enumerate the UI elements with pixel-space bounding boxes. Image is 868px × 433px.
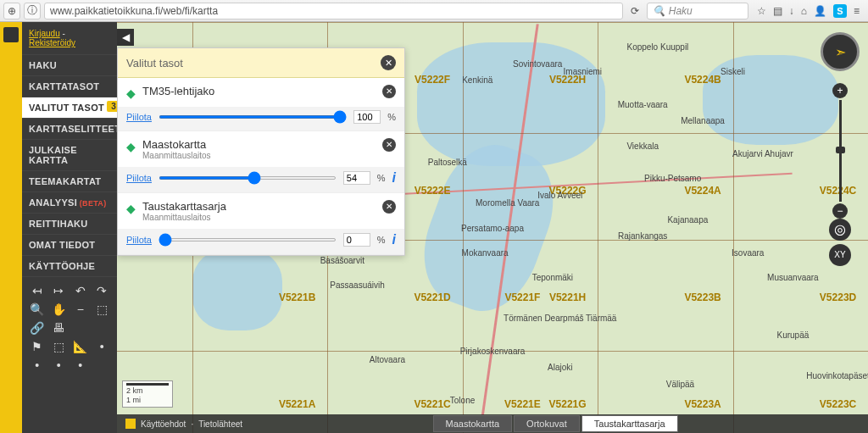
toolbox: ↤↦↶↷🔍✋−⬚🔗🖶⚑⬚📐•••• (22, 276, 117, 379)
remove-layer-button[interactable]: ✕ (382, 138, 396, 152)
close-panel-button[interactable]: ✕ (381, 55, 396, 70)
tool-icon[interactable]: • (51, 358, 68, 372)
login-link[interactable]: Kirjaudu (29, 29, 60, 38)
tool-icon[interactable]: ✋ (51, 303, 68, 316)
opacity-slider[interactable] (159, 238, 337, 241)
basemap-tab[interactable]: Taustakarttasarja (581, 415, 678, 432)
place-label: Viekkala (626, 141, 659, 150)
opacity-slider[interactable] (159, 115, 347, 119)
library-icon[interactable]: ▤ (773, 5, 782, 17)
layer-marker-icon: ◆ (126, 202, 136, 215)
sidebar-item-julkaise kartta[interactable]: JULKAISE KARTTA (22, 139, 117, 170)
opacity-value[interactable]: 54 (343, 171, 370, 185)
place-label: Teponmäki (532, 272, 573, 281)
collapse-sidebar-button[interactable]: ◀ (117, 29, 134, 46)
tool-icon[interactable]: ↤ (29, 284, 46, 297)
star-icon[interactable]: ☆ (757, 5, 766, 17)
place-label: Ivalo Avveel (537, 190, 582, 199)
sidebar-item-haku[interactable]: HAKU (22, 54, 117, 75)
layer-org: Maanmittauslaitos (142, 213, 376, 222)
browser-search[interactable]: 🔍Haku (647, 3, 748, 19)
footer-logo-icon (125, 419, 136, 429)
layer-item: ◆TM35-lehtijako✕Piilota100% (118, 78, 404, 131)
tool-icon[interactable] (94, 321, 111, 335)
info-icon[interactable]: ⓘ (24, 3, 41, 19)
xy-button[interactable]: XY (829, 244, 851, 266)
skype-icon[interactable]: S (833, 4, 847, 18)
map-canvas[interactable]: V5222FV5222HV5224BV5222EV5222GV5224AV522… (117, 22, 868, 433)
layer-info-button[interactable]: i (392, 170, 396, 186)
sidebar-item-omat tiedot[interactable]: OMAT TIEDOT (22, 234, 117, 255)
user-icon[interactable]: 👤 (814, 5, 826, 17)
tool-icon[interactable]: ↦ (51, 284, 68, 297)
pct-label: % (377, 173, 386, 183)
tool-icon[interactable]: 🔗 (29, 321, 46, 335)
home-icon[interactable]: ⌂ (801, 5, 807, 17)
zoom-thumb[interactable] (836, 147, 845, 153)
tool-icon[interactable]: ⚑ (29, 340, 46, 353)
menu-icon[interactable]: ≡ (854, 5, 860, 17)
tool-icon[interactable]: ↶ (72, 284, 89, 297)
sources-link[interactable]: Tietolähteet (198, 419, 242, 429)
tool-icon[interactable]: 📐 (72, 340, 89, 353)
scale-indicator: 2 km 1 mi (122, 380, 173, 408)
remove-layer-button[interactable]: ✕ (382, 200, 396, 214)
pct-label: % (387, 112, 396, 122)
opacity-value[interactable]: 100 (353, 110, 381, 124)
download-icon[interactable]: ↓ (789, 5, 794, 17)
sidebar-item-teemakartat[interactable]: TEEMAKARTAT (22, 170, 117, 192)
scale-mi: 1 mi (126, 396, 169, 405)
opacity-slider[interactable] (159, 176, 337, 180)
zoom-out-button[interactable]: − (832, 203, 848, 219)
tool-icon[interactable]: • (72, 358, 89, 372)
layer-info-button[interactable]: i (392, 232, 396, 247)
register-link[interactable]: Rekisteröidy (29, 38, 75, 47)
place-label: Akujarvi Ahujavr (732, 149, 793, 158)
tool-icon[interactable]: • (94, 340, 111, 353)
tool-icon[interactable] (72, 321, 89, 335)
locate-button[interactable]: ◎ (829, 219, 851, 241)
place-label: Mellanaapa (681, 116, 725, 125)
compass-control[interactable]: ➣ (821, 32, 860, 71)
sidebar-item-reittihaku[interactable]: REITTIHAKU (22, 213, 117, 234)
tool-icon[interactable]: ⬚ (94, 303, 111, 316)
logo-icon[interactable] (3, 27, 19, 42)
grid-label: V5221G (549, 398, 587, 410)
basemap-tab[interactable]: Maastokartta (433, 415, 513, 432)
grid-label: V5221B (279, 291, 315, 303)
place-label: Mokanvaara (462, 247, 509, 257)
sidebar-item-karttaselitteet[interactable]: KARTTASELITTEET (22, 118, 117, 139)
basemap-tab[interactable]: Ortokuvat (514, 415, 580, 432)
place-label: Pikku-Petsamo (644, 174, 701, 183)
back-icon[interactable]: ⊕ (3, 3, 20, 19)
opacity-value[interactable]: 0 (343, 233, 370, 247)
browser-icons: ☆ ▤ ↓ ⌂ 👤 S ≡ (752, 4, 865, 18)
remove-layer-button[interactable]: ✕ (382, 85, 396, 98)
sidebar-item-karttatasot[interactable]: KARTTATASOT (22, 75, 117, 97)
tool-icon[interactable]: ↷ (94, 284, 111, 297)
reload-icon[interactable]: ⟳ (626, 5, 643, 17)
place-label: Imasniemi (564, 67, 603, 76)
grid-label: V5223D (820, 291, 856, 303)
search-icon: 🔍 (653, 5, 665, 17)
hide-layer-link[interactable]: Piilota (126, 112, 152, 122)
zoom-in-button[interactable]: + (832, 83, 848, 98)
sidebar-item-analyysi[interactable]: ANALYYSI (BETA) (22, 192, 117, 213)
terms-link[interactable]: Käyttöehdot (141, 419, 186, 429)
hide-layer-link[interactable]: Piilota (126, 173, 152, 183)
url-bar[interactable]: www.paikkatietoikkuna.fi/web/fi/kartta (44, 3, 623, 19)
auth-sep: - (60, 29, 65, 38)
layer-marker-icon: ◆ (126, 140, 136, 153)
tool-icon[interactable]: − (72, 303, 89, 316)
tool-icon[interactable]: 🖶 (51, 321, 68, 335)
grid-label: V5223B (684, 291, 721, 303)
sidebar-item-valitut tasot[interactable]: VALITUT TASOT3 (22, 97, 117, 118)
zoom-slider[interactable] (839, 100, 842, 202)
sidebar-item-käyttöohje[interactable]: KÄYTTÖOHJE (22, 255, 117, 276)
place-label: Isovaara (732, 247, 764, 257)
tool-icon[interactable]: ⬚ (51, 340, 68, 353)
map-footer: Käyttöehdot · Tietolähteet MaastokarttaO… (117, 414, 868, 433)
tool-icon[interactable]: • (29, 358, 46, 372)
hide-layer-link[interactable]: Piilota (126, 235, 152, 245)
tool-icon[interactable]: 🔍 (29, 303, 46, 316)
